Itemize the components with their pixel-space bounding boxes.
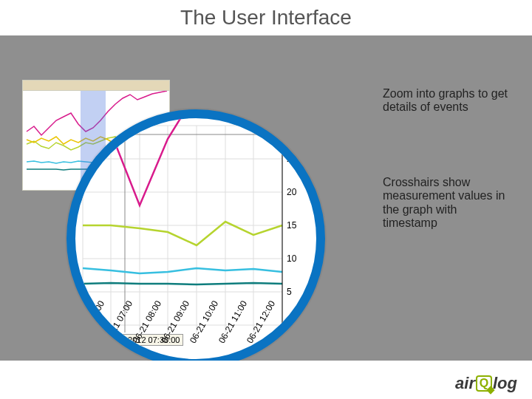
xtick-0: 06-21 06:00 <box>74 299 106 345</box>
crosshair-value: 23.65 <box>288 129 316 140</box>
logo-post: log <box>493 374 517 393</box>
logo-q-icon: Q <box>476 375 492 392</box>
ytick-20: 20 <box>287 187 296 197</box>
logo-pre: air <box>455 374 475 393</box>
ytick-15: 15 <box>287 220 296 231</box>
footer: air Q log <box>0 361 532 399</box>
ytick-0: 0 <box>287 320 292 330</box>
zoom-lens: 25 20 15 10 5 0 -5 23.65 Jun 21 2012 07:… <box>66 109 325 368</box>
logo: air Q log <box>455 374 517 393</box>
content-area: 25 20 15 10 5 0 -5 23.65 Jun 21 2012 07:… <box>0 35 532 361</box>
ytick-5: 5 <box>287 287 292 297</box>
ytick-m5: -5 <box>287 337 295 347</box>
zoom-chart[interactable]: 25 20 15 10 5 0 -5 23.65 Jun 21 2012 07:… <box>75 118 316 359</box>
ytick-10: 10 <box>287 253 296 264</box>
overview-toolbar <box>23 81 169 91</box>
ytick-25: 25 <box>287 154 296 164</box>
slide: The User Interface <box>0 0 532 399</box>
caption-zoom: Zoom into graphs to get details of event… <box>383 87 508 115</box>
page-title: The User Interface <box>0 0 532 33</box>
caption-crosshair: Crosshairs show measurement values in th… <box>383 176 508 231</box>
